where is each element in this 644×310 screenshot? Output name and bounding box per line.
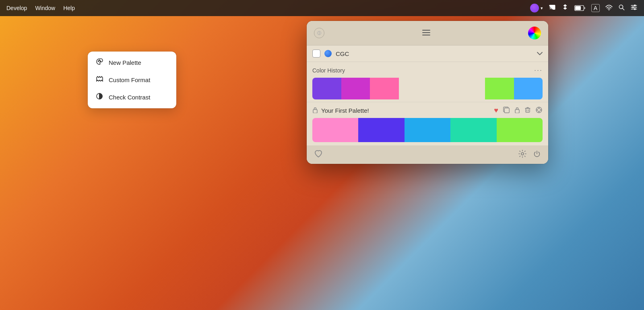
palette-trash-button[interactable] [525,107,530,115]
palette-swatch-mint[interactable] [450,118,496,142]
svg-rect-19 [515,110,519,113]
dropdown-item-custom-format[interactable]: Custom Format [88,71,176,89]
svg-point-10 [634,8,636,10]
swatch-purple[interactable] [312,78,341,99]
palette-chevron-icon[interactable] [537,50,543,57]
swatch-gap [399,78,485,99]
svg-line-4 [623,8,624,10]
svg-rect-16 [313,110,317,113]
new-palette-label: New Palette [109,59,141,66]
menubar-item-develop[interactable]: Develop [6,5,27,11]
footer-actions [518,150,541,160]
window-footer [307,146,548,164]
svg-point-8 [632,7,634,8]
palette-copy-button[interactable] [503,107,510,115]
dropbox-icon[interactable] [561,4,569,12]
palette-header: Your First Palette! ♥ [312,106,543,115]
svg-rect-1 [575,6,581,10]
palette-lock-icon [312,107,318,114]
svg-line-29 [539,108,541,110]
svg-line-31 [537,110,539,111]
svg-point-6 [634,5,636,6]
new-palette-icon [95,58,104,67]
color-history-header: Color History ··· [312,66,543,74]
battery-icon [574,5,586,11]
your-first-palette-section: Your First Palette! ♥ [307,102,548,146]
palette-name: CGC [336,50,533,57]
palette-actions: ♥ [494,106,543,115]
palette-swatch-cyan[interactable] [405,118,450,142]
palette-swatch-purple[interactable] [358,118,404,142]
menubar-item-window[interactable]: Window [35,5,55,11]
controls-icon[interactable] [630,4,638,12]
palette-heart-button[interactable]: ♥ [494,106,498,115]
window-header [307,21,548,45]
custom-format-icon [95,75,104,85]
palette-swatch-pink[interactable] [312,118,358,142]
swatch-green[interactable] [485,78,514,99]
svg-line-30 [539,110,541,111]
svg-point-32 [521,153,524,155]
swatch-pink[interactable] [370,78,399,99]
palette-share-button[interactable] [535,107,543,115]
swatch-cyan[interactable] [514,78,543,99]
dropdown-menu: New Palette Custom Format Check Contrast [88,52,176,108]
color-history-swatches [312,78,543,99]
custom-format-label: Custom Format [109,76,150,83]
app-purple-circle-icon [530,4,539,12]
app-window: CGC Color History ··· [307,21,548,164]
footer-gear-button[interactable] [518,150,526,160]
dropdown-item-check-contrast[interactable]: Check Contrast [88,89,176,106]
check-contrast-label: Check Contrast [109,94,150,101]
cast-icon[interactable] [549,4,556,12]
chevron-down-icon: ▾ [541,6,543,11]
dropdown-item-new-palette[interactable]: New Palette [88,54,176,71]
window-menu-icon[interactable] [422,29,431,38]
svg-point-33 [98,61,99,62]
svg-rect-20 [526,108,530,112]
color-history-title: Color History [312,67,345,74]
search-icon[interactable] [618,4,625,12]
color-wheel-icon[interactable] [528,27,541,39]
check-contrast-icon [95,93,104,102]
menubar-right: ▾ A [530,4,638,12]
svg-rect-18 [504,108,509,113]
window-close-button[interactable] [314,28,324,38]
svg-point-2 [609,10,609,10]
palette-checkbox[interactable] [312,50,320,58]
footer-heart-button[interactable] [314,150,323,160]
palette-selector-row: CGC [307,45,548,62]
menubar-left: Develop Window Help [6,5,75,11]
color-history-more-button[interactable]: ··· [534,66,543,74]
menubar-item-help[interactable]: Help [63,5,75,11]
text-size-icon[interactable]: A [591,4,600,12]
svg-point-35 [100,61,101,62]
swatch-magenta[interactable] [341,78,370,99]
palette-blue-dot-icon [324,50,332,57]
palette-lock-button[interactable] [514,107,520,115]
palette-swatches [312,118,543,142]
svg-line-28 [537,108,539,110]
app-menubar-icon[interactable]: ▾ [530,4,543,12]
footer-power-button[interactable] [533,150,541,160]
color-history-section: Color History ··· [307,62,548,102]
palette-swatch-green[interactable] [497,118,543,142]
wifi-icon[interactable] [605,4,613,12]
svg-point-34 [99,60,100,61]
menubar: Develop Window Help ▾ [0,0,644,16]
palette-title: Your First Palette! [321,107,491,114]
